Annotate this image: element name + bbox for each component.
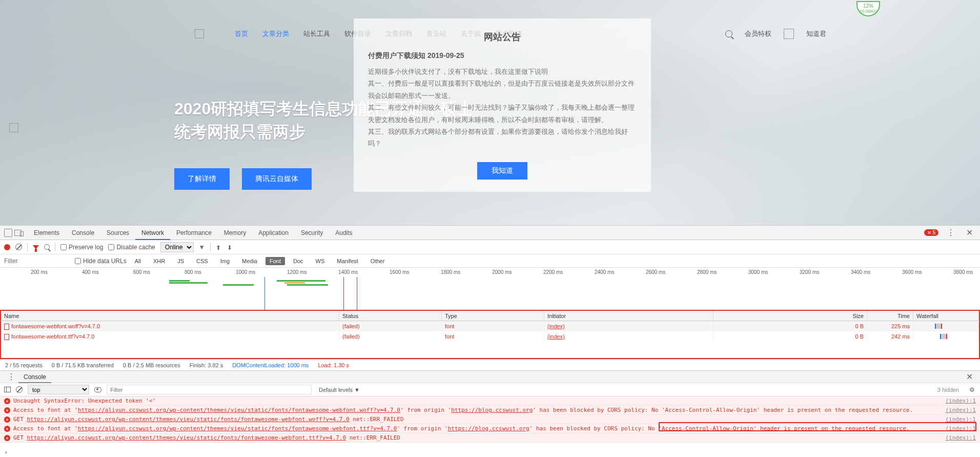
pill-font[interactable]: Font (266, 257, 285, 265)
pill-doc[interactable]: Doc (289, 257, 308, 265)
tab-network[interactable]: Network (135, 226, 170, 240)
console-tab[interactable]: Console (18, 371, 51, 383)
hide-data-urls-checkbox[interactable]: Hide data URLs (75, 257, 127, 265)
source-link[interactable]: (index):1 (945, 416, 976, 423)
tab-console[interactable]: Console (66, 226, 100, 240)
error-icon: ✕ (4, 426, 10, 432)
log-levels-select[interactable]: Default levels ▼ (317, 386, 362, 394)
source-link[interactable]: (index):1 (945, 434, 976, 441)
console-url-link[interactable]: https://blog.ccswust.org (451, 407, 533, 413)
timeline-tick: 1200 ms (287, 269, 307, 275)
initiator-link[interactable]: (index) (547, 333, 565, 340)
filter-input[interactable] (4, 257, 71, 265)
devtools-close-icon[interactable]: ✕ (963, 228, 976, 237)
console-url-link[interactable]: https://aliyun.ccswust.org/wp-content/th… (27, 434, 346, 441)
tab-application[interactable]: Application (252, 226, 295, 240)
pill-all[interactable]: All (131, 257, 145, 265)
col-status[interactable]: Status (339, 311, 442, 321)
initiator-link[interactable]: (index) (547, 323, 565, 329)
console-clear-icon[interactable] (16, 386, 23, 393)
clear-icon[interactable] (15, 244, 22, 250)
error-count-badge[interactable]: ✕5 (924, 229, 938, 236)
announce-ok-button[interactable]: 我知道 (477, 162, 527, 180)
console-error-row[interactable]: ✕Uncaught SyntaxError: Unexpected token … (0, 396, 980, 406)
nav-home[interactable]: 首页 (235, 29, 248, 38)
announce-body: 近期很多小伙伴说支付了，没有下载地址，我在这里做下说明 其一、付费后一般是可以直… (368, 66, 637, 150)
console-error-row[interactable]: ✕Access to font at 'https://aliyun.ccswu… (0, 406, 980, 415)
hero-tencent-button[interactable]: 腾讯云自媒体 (242, 168, 312, 190)
tab-audits[interactable]: Audits (329, 226, 358, 240)
pill-manifest[interactable]: Manifest (333, 257, 362, 265)
record-icon[interactable] (4, 244, 10, 250)
console-error-row[interactable]: ✕Access to font at 'https://aliyun.ccswu… (0, 424, 980, 433)
tab-security[interactable]: Security (295, 226, 329, 240)
pill-other[interactable]: Other (366, 257, 389, 265)
network-timeline[interactable]: 200 ms400 ms600 ms800 ms1000 ms1200 ms14… (0, 268, 980, 310)
nav-user[interactable]: 知道君 (806, 29, 826, 38)
device-toggle-icon[interactable] (14, 230, 22, 236)
import-har-icon[interactable]: ⬆ (216, 244, 222, 250)
export-har-icon[interactable]: ⬇ (227, 244, 233, 250)
pill-js[interactable]: JS (173, 257, 188, 265)
console-prompt[interactable]: › (0, 448, 980, 457)
search-icon[interactable] (44, 244, 50, 250)
timeline-tick: 3600 ms (902, 269, 922, 275)
file-icon (4, 324, 9, 330)
offline-toggle-icon[interactable]: ▼ (199, 244, 205, 251)
console-url-link[interactable]: https://aliyun.ccswust.org/wp-content/th… (27, 416, 350, 423)
tab-memory[interactable]: Memory (218, 226, 252, 240)
nav-categories[interactable]: 文章分类 (262, 29, 289, 38)
pill-ws[interactable]: WS (312, 257, 329, 265)
tab-performance[interactable]: Performance (170, 226, 218, 240)
context-select[interactable]: top (28, 385, 89, 394)
timeline-tick: 600 ms (133, 269, 150, 275)
col-name[interactable]: Name (1, 311, 339, 321)
col-initiator[interactable]: Initiator (544, 311, 713, 321)
console-url-link[interactable]: https://aliyun.ccswust.org/wp-content/th… (78, 407, 400, 413)
console-filter-input[interactable] (107, 385, 312, 394)
carousel-prev-icon[interactable] (9, 123, 18, 132)
console-error-row[interactable]: ✕GET https://aliyun.ccswust.org/wp-conte… (0, 415, 980, 424)
col-time[interactable]: Time (867, 311, 913, 321)
console-error-row[interactable]: ✕GET https://aliyun.ccswust.org/wp-conte… (0, 433, 980, 443)
speed-pct: 12% (858, 3, 879, 9)
nav-tools[interactable]: 站长工具 (303, 29, 330, 38)
hero-learn-more-button[interactable]: 了解详情 (174, 168, 230, 190)
pill-css[interactable]: CSS (192, 257, 212, 265)
tab-elements[interactable]: Elements (28, 226, 66, 240)
col-type[interactable]: Type (442, 311, 544, 321)
pill-xhr[interactable]: XHR (149, 257, 169, 265)
inspect-icon[interactable] (4, 229, 12, 237)
console-url-link[interactable]: https://aliyun.ccswust.org/wp-content/th… (78, 425, 397, 432)
filter-icon[interactable] (33, 245, 39, 249)
devtools-menu-icon[interactable]: ⋮ (944, 228, 958, 237)
source-link[interactable]: (index):1 (945, 425, 976, 432)
throttling-select[interactable]: Online (160, 242, 194, 252)
network-row[interactable]: fontawesome-webfont.woff?v=4.7.0(failed)… (1, 321, 979, 331)
pill-media[interactable]: Media (238, 257, 261, 265)
drawer-close-icon[interactable]: ✕ (963, 372, 976, 382)
pill-img[interactable]: Img (216, 257, 234, 265)
console-settings-icon[interactable]: ⚙ (969, 386, 976, 393)
col-size[interactable]: Size (713, 311, 867, 321)
timeline-tick: 2800 ms (697, 269, 717, 275)
drawer-menu-icon[interactable]: ⋮ (4, 372, 18, 382)
network-row[interactable]: fontawesome-webfont.ttf?v=4.7.0(failed)f… (1, 331, 979, 342)
source-link[interactable]: (index):1 (945, 398, 976, 404)
tab-sources[interactable]: Sources (100, 226, 135, 240)
console-sidebar-icon[interactable] (4, 387, 11, 392)
source-link[interactable]: (index):1 (945, 407, 976, 413)
logo-icon[interactable] (195, 29, 204, 38)
console-url-link[interactable]: https://blog.ccswust.org (448, 425, 529, 432)
avatar-icon[interactable] (784, 29, 794, 39)
live-expression-icon[interactable] (94, 387, 101, 392)
disable-cache-checkbox[interactable]: Disable cache (108, 244, 155, 251)
nav-vip[interactable]: 会员特权 (745, 29, 771, 38)
col-waterfall[interactable]: Waterfall (913, 311, 979, 321)
footer-requests: 2 / 55 requests (5, 362, 43, 368)
console-drawer: ⋮ Console ✕ top Default levels ▼ 3 hidde… (0, 370, 980, 457)
preserve-log-checkbox[interactable]: Preserve log (60, 244, 103, 251)
network-table-header: Name Status Type Initiator Size Time Wat… (0, 310, 980, 321)
timeline-tick: 1600 ms (390, 269, 409, 275)
search-icon[interactable] (725, 30, 732, 37)
